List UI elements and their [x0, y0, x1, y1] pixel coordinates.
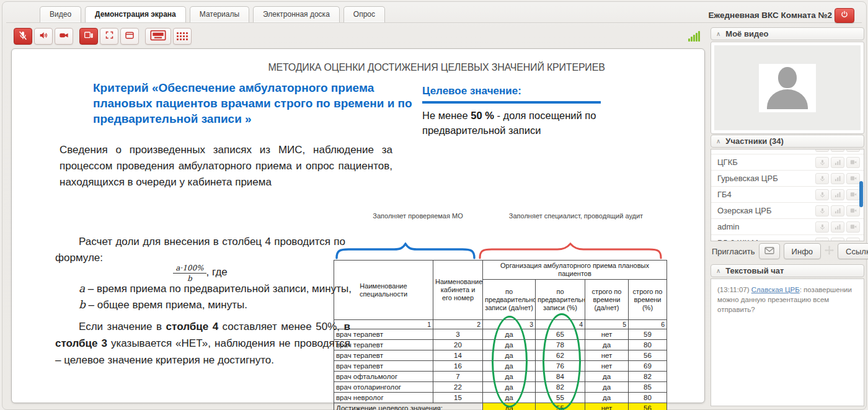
col-prebooked-pct-header: по предварительной записи (%)	[536, 280, 585, 320]
chevron-up-icon: ∧	[716, 30, 720, 37]
signal-icon[interactable]	[831, 238, 844, 242]
connection-quality-icon	[688, 31, 700, 42]
power-icon	[840, 10, 849, 21]
table-row: врач терапевт16да76нет69	[334, 361, 667, 372]
chevron-up-icon: ∧	[716, 138, 720, 145]
mic-icon[interactable]	[815, 189, 829, 200]
signal-icon[interactable]	[831, 205, 844, 216]
signal-icon[interactable]	[831, 189, 844, 200]
chat-sender-link[interactable]: Славская ЦРБ	[751, 286, 800, 293]
camera-icon[interactable]	[846, 221, 860, 233]
list-item[interactable]: ЦГКБ	[711, 154, 864, 171]
participants-actions: Пригласить Инфо Ссылка	[711, 242, 864, 261]
tab-divider	[6, 22, 862, 23]
brace-red	[478, 243, 664, 259]
list-item[interactable]: Гурьевская ЦРБ	[711, 171, 864, 187]
column-number-row: 123456	[334, 320, 667, 329]
mic-icon[interactable]	[815, 157, 829, 168]
camera-button[interactable]	[55, 28, 73, 45]
table-row: врач терапевт14да62нет56	[334, 350, 667, 361]
signal-icon[interactable]	[831, 157, 844, 168]
camera-icon[interactable]	[846, 205, 860, 216]
variable-a-definition: a – время приема по предварительной запи…	[79, 282, 352, 295]
signal-icon[interactable]	[831, 221, 844, 233]
control-panel-button[interactable]	[145, 28, 171, 45]
window-icon	[125, 30, 135, 43]
criterion-heading: Критерий «Обеспечение амбулаторного прие…	[93, 80, 418, 127]
table-row: врач офтальмолог7да84да82	[334, 372, 667, 382]
mic-icon[interactable]	[815, 205, 829, 216]
col-specialty-header: Наименование специальности	[334, 261, 433, 320]
tab-video[interactable]: Видео	[40, 6, 81, 22]
window-mode-button[interactable]	[120, 28, 139, 45]
mic-icon[interactable]	[815, 238, 829, 242]
camera-icon[interactable]	[846, 149, 860, 152]
mic-icon[interactable]	[815, 173, 829, 184]
total-prebooked-pct: 55	[536, 403, 585, 410]
link-button[interactable]: Ссылка	[838, 243, 868, 259]
mic-icon[interactable]	[815, 149, 829, 152]
app-window: Видео Демонстрация экрана Материалы Элек…	[0, 0, 868, 410]
table-header-row: Наименование специальности Наименование …	[334, 261, 667, 280]
camera-icon	[59, 30, 69, 43]
tab-poll[interactable]: Опрос	[343, 6, 385, 22]
fullscreen-icon	[105, 30, 114, 42]
signal-icon[interactable]	[831, 173, 844, 184]
list-item[interactable]: РД-3 ЖК Московског	[711, 235, 864, 241]
move-icon	[825, 246, 834, 257]
shared-screen-slide: МЕТОДИКА ОЦЕНКИ ДОСТИЖЕНИЯ ЦЕЛЕВЫХ ЗНАЧЕ…	[11, 48, 705, 403]
total-ontime-yn: нет	[585, 403, 629, 410]
list-item[interactable]: Озерская ЦРБ	[711, 203, 864, 219]
mic-icon[interactable]	[815, 221, 829, 233]
screen-share-icon	[84, 30, 94, 43]
table-row: врач невролог15да55да80	[334, 393, 667, 403]
screen-share-button[interactable]	[79, 28, 98, 45]
calculation-paragraph: Расчет доли для внесения в столбец 4 про…	[55, 234, 345, 266]
tab-materials[interactable]: Материалы	[190, 6, 249, 22]
keyboard-icon	[150, 30, 166, 43]
mic-muted-icon	[18, 30, 28, 43]
camera-icon[interactable]	[846, 238, 860, 242]
chat-messages[interactable]: (13:11:07) Славская ЦРБ: позавершении мо…	[711, 279, 864, 406]
invite-button[interactable]: Пригласить	[712, 247, 755, 256]
col-prebooked-yn-header: по предварительной записи (да/нет)	[483, 280, 536, 320]
col-cabinet-header: Наименование кабинета и его номер	[433, 261, 483, 320]
chat-section-header[interactable]: ∧ Текстовый чат	[711, 264, 864, 277]
chat-timestamp: (13:11:07)	[717, 286, 751, 293]
info-button[interactable]: Инфо	[784, 243, 821, 259]
camera-icon[interactable]	[846, 189, 860, 200]
participants-list[interactable]: ЦГКБ Гурьевская ЦРБ ГБ4 Озерская ЦРБ adm…	[711, 149, 864, 241]
participants-title: Участники (34)	[725, 136, 784, 146]
camera-icon[interactable]	[846, 173, 860, 184]
participants-section-header[interactable]: ∧ Участники (34)	[711, 135, 864, 148]
col-ontime-pct-header: строго по времени (%)	[629, 280, 667, 320]
formula: a·100%b, где	[55, 264, 345, 283]
participants-scrollbar[interactable]	[859, 181, 863, 207]
chat-title: Текстовый чат	[725, 266, 784, 275]
avatar	[759, 64, 816, 112]
table-row: врач терапевт3да65нет59	[334, 329, 667, 340]
leave-room-button[interactable]	[835, 8, 854, 23]
brace-red-label: Заполняет специалист, проводящий аудит	[508, 212, 644, 220]
list-item[interactable]: admin	[711, 219, 864, 235]
mute-microphone-button[interactable]	[14, 28, 32, 45]
dialpad-button[interactable]	[173, 28, 192, 45]
table-row: врач терапевт20да78да80	[334, 340, 667, 350]
speaker-button[interactable]	[34, 28, 53, 45]
group-header: Организация амбулаторного приема плановы…	[483, 261, 667, 280]
slide-title: МЕТОДИКА ОЦЕНКИ ДОСТИЖЕНИЯ ЦЕЛЕВЫХ ЗНАЧЕ…	[210, 62, 663, 73]
list-item[interactable]	[711, 149, 864, 154]
tab-whiteboard[interactable]: Электронная доска	[253, 6, 340, 22]
envelope-icon	[764, 247, 774, 256]
my-video-title: Моё видео	[725, 29, 768, 38]
signal-icon[interactable]	[831, 149, 844, 152]
fullscreen-button[interactable]	[100, 28, 118, 45]
target-value-heading: Целевое значение:	[422, 85, 521, 97]
camera-icon[interactable]	[846, 157, 860, 168]
room-title: Ежедневная ВКС Комната №2	[709, 11, 832, 20]
invite-email-button[interactable]	[759, 243, 780, 259]
tab-screen-share[interactable]: Демонстрация экрана	[85, 6, 186, 22]
list-item[interactable]: ГБ4	[711, 187, 864, 203]
my-video-section-header[interactable]: ∧ Моё видео	[711, 27, 864, 40]
table-total-row: Достижение целевого значения: да 55 нет …	[334, 403, 667, 410]
